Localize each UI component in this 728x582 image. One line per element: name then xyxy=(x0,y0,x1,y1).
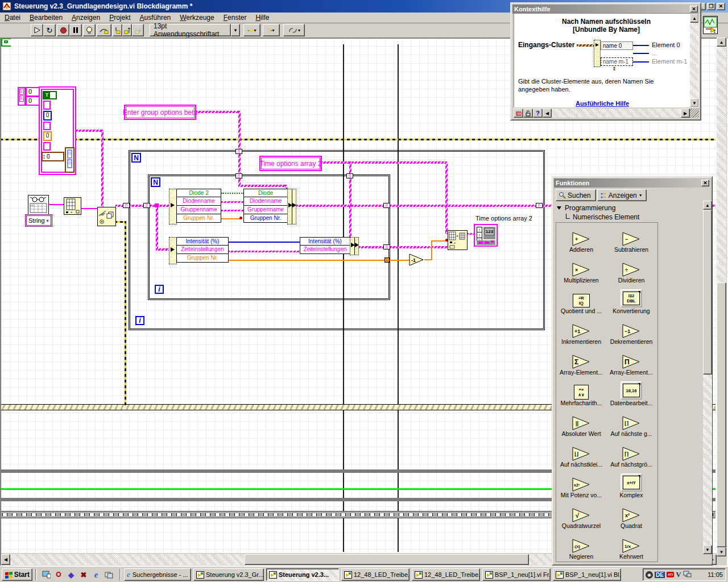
tunnel-inner-top-1[interactable]: [] xyxy=(235,173,242,178)
outer-loop-count-terminal[interactable]: N xyxy=(131,153,141,163)
bundle-diode-output-strip[interactable] xyxy=(287,189,296,225)
tunnel-orange[interactable] xyxy=(384,257,390,263)
bundle-time-node[interactable]: Intensität (%) Zeiteinstellungen xyxy=(300,237,350,254)
palette-category-row[interactable]: Programmierung xyxy=(557,204,615,212)
close-icon[interactable]: ✕ xyxy=(690,6,698,13)
palette-item-array-summe[interactable]: ΣArray-Element... xyxy=(556,346,606,377)
unbundle-row[interactable]: Gruppenname xyxy=(176,206,221,214)
numeric-constant-blue[interactable]: 0 xyxy=(43,111,52,120)
palette-vscrollbar[interactable]: ▲ ▼ xyxy=(703,201,712,563)
outer-loop-iteration-terminal[interactable]: i xyxy=(135,316,144,325)
unbundle-row[interactable]: Zeiteinstellungen xyxy=(176,246,229,254)
menu-projekt[interactable]: Projekt xyxy=(105,13,135,23)
spreadsheet-string-node[interactable]: I Σ xyxy=(28,195,49,215)
menu-anzeigen[interactable]: Anzeigen xyxy=(67,13,105,23)
mail-app-icon[interactable] xyxy=(104,569,114,580)
taskbar-window-steuerung-1[interactable]: Steuerung v2.3_Gr... xyxy=(193,568,264,581)
palette-item-dekrementieren[interactable]: −1Dekrementieren xyxy=(606,315,656,346)
unbundle-row[interactable]: Diode 2 xyxy=(176,189,221,197)
bundle-row[interactable]: Diodenname xyxy=(243,197,288,206)
numeric-constant-orange[interactable]: 0 xyxy=(43,131,52,141)
palette-item-mehrfacharithmetik[interactable]: +× ∧∨Mehrfacharith... xyxy=(556,377,606,408)
string-constant-empty-3[interactable] xyxy=(43,142,51,151)
bundle-time-output-strip[interactable] xyxy=(350,237,359,255)
inner-loop-count-terminal[interactable]: N xyxy=(151,177,160,187)
red-x-app-icon[interactable]: ✖ xyxy=(78,569,89,580)
free-label-enter-group[interactable]: Enter group options beta xyxy=(126,106,195,118)
font-selector[interactable]: 13pt Anwendungsschriftart xyxy=(150,24,231,36)
bundle-row[interactable]: Intensität (%) xyxy=(300,237,350,246)
unbundle-row[interactable]: Gruppen Nr. xyxy=(176,254,229,263)
string-constant-empty-1[interactable] xyxy=(43,101,51,110)
palette-item-mit-potenz[interactable]: x2ⁿMit Potenz vo... xyxy=(556,469,606,500)
resize-grip[interactable] xyxy=(690,109,699,118)
palette-item-konvertierung[interactable]: I32 DBLKonvertierung xyxy=(606,285,656,315)
bundle-row[interactable]: Zeiteinstellungen xyxy=(300,246,350,254)
scroll-left-icon[interactable]: ◀ xyxy=(543,109,552,118)
menu-werkzeuge[interactable]: Werkzeuge xyxy=(175,13,218,23)
scroll-down-icon[interactable]: ▼ xyxy=(717,547,726,556)
free-label-time-options[interactable]: Time options array 2 xyxy=(261,157,320,169)
inner-cluster[interactable]: 0 0 xyxy=(65,147,75,173)
tray-network-icon[interactable] xyxy=(683,571,692,579)
tunnel-outer-left[interactable]: [] xyxy=(123,203,130,208)
bundle-row[interactable]: Gruppen Nr. xyxy=(243,214,288,223)
step-into-button[interactable] xyxy=(113,24,122,36)
tunnel-inner-top-2[interactable]: [] xyxy=(346,173,353,178)
step-over-button[interactable] xyxy=(97,24,111,36)
palette-search-button[interactable]: Suchen xyxy=(556,189,596,201)
lock-help-button[interactable] xyxy=(514,109,523,118)
abort-button[interactable] xyxy=(57,24,69,36)
functions-palette-titlebar[interactable]: Funktionen ✕ xyxy=(554,178,710,188)
step-pause-button[interactable] xyxy=(132,24,144,36)
palette-item-auf-naechstgroessere[interactable]: ⌈⌉Auf nächstgrö... xyxy=(606,438,656,469)
align-objects-button[interactable]: ▪▬▾ xyxy=(243,24,260,36)
help-question-button[interactable]: ? xyxy=(533,109,543,118)
font-selector-dropdown[interactable]: ▼ xyxy=(231,24,240,36)
scroll-up-icon[interactable]: ▲ xyxy=(717,38,726,47)
diamond-app-icon[interactable]: ◆ xyxy=(66,569,76,580)
unbundle-diode-input-strip[interactable] xyxy=(169,189,177,225)
array-constant-index[interactable]: ⇅ ⇅ xyxy=(18,87,26,106)
close-button[interactable]: ✕ xyxy=(717,3,725,10)
bundle-row[interactable]: Diode xyxy=(243,189,288,197)
palette-item-negieren[interactable]: -(x)Negieren xyxy=(556,530,606,561)
indicator-label[interactable]: Time options array 2 xyxy=(475,215,532,222)
tunnel-outer-right[interactable]: [] xyxy=(536,203,543,208)
palette-item-dividieren[interactable]: ÷Dividieren xyxy=(606,254,656,285)
boolean-constant[interactable]: T ⁝ xyxy=(43,91,57,99)
tray-clock[interactable]: 11:05 xyxy=(708,571,723,578)
taskbar-window-steuerung-active[interactable]: Steuerung v2.3... xyxy=(266,568,339,581)
taskbar-window-led-treiber-2[interactable]: 12_48_LED_Treibe... xyxy=(412,568,480,581)
run-continuous-button[interactable]: ↻ xyxy=(43,24,56,36)
palette-item-multiplizieren[interactable]: ×Multiplizieren xyxy=(556,254,606,285)
context-help-titlebar[interactable]: Kontexthilfe ✕ xyxy=(512,5,699,14)
scrollbar-thumb[interactable] xyxy=(717,282,726,547)
pause-button[interactable] xyxy=(69,24,82,36)
highlight-execution-button[interactable] xyxy=(83,24,96,36)
palette-item-datenbearbeitung[interactable]: 16,16Datenbearbeit... xyxy=(606,377,656,408)
menu-fenster[interactable]: Fenster xyxy=(219,13,251,23)
reorder-objects-button[interactable]: ▾ xyxy=(283,24,305,36)
tray-volume-icon[interactable]: ◉ xyxy=(646,571,653,579)
replace-array-subset-node[interactable]: + .+ xyxy=(448,230,468,250)
restore-button[interactable]: ❐ xyxy=(707,3,715,10)
tray-ati-icon[interactable]: ATI xyxy=(667,572,674,577)
step-out-button[interactable] xyxy=(122,24,132,36)
tray-antivirus-icon[interactable]: V xyxy=(676,570,681,579)
palette-item-subtrahieren[interactable]: −Subtrahieren xyxy=(606,223,656,254)
palette-item-inkrementieren[interactable]: +1Inkrementieren xyxy=(556,315,606,346)
scrollbar-thumb[interactable] xyxy=(703,210,712,375)
menu-datei[interactable]: Datei xyxy=(0,13,25,23)
palette-item-addieren[interactable]: +Addieren xyxy=(556,223,606,254)
distribute-objects-button[interactable]: ▯▪▾ xyxy=(263,24,280,36)
palette-item-auf-naechste-ganzzahl[interactable]: ⌊⌉Auf nächste g... xyxy=(606,408,656,438)
string-ring-constant[interactable]: String ▼ xyxy=(26,215,51,226)
scroll-down-icon[interactable]: ▼ xyxy=(703,545,712,554)
close-icon[interactable]: ✕ xyxy=(701,180,709,186)
scroll-right-icon[interactable]: ▶ xyxy=(681,109,690,118)
palette-item-quadratwurzel[interactable]: √Quadratwurzel xyxy=(556,500,606,530)
show-desktop-icon[interactable] xyxy=(41,569,51,580)
tunnel-inner-left[interactable]: [] xyxy=(143,203,150,208)
scrollbar-thumb[interactable] xyxy=(245,554,529,565)
